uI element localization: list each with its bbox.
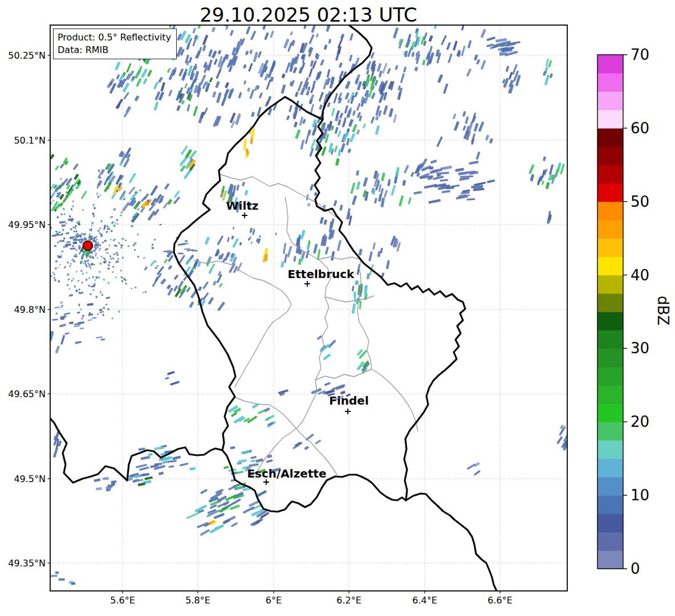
echo-streak [96,487,102,491]
colorbar-tick-label: 60 [631,120,649,137]
echo-streak [310,85,315,93]
echo-clutter-dot [82,315,84,317]
echo-clutter-dot [72,205,74,207]
echo-clutter-dot [100,291,101,293]
echo-streak [189,467,196,471]
echo-clutter-dot [42,287,44,289]
echo-streak [428,35,433,42]
echo-streak [172,460,177,462]
echo-clutter-dot [101,242,104,244]
echo-streak [230,499,241,506]
echo-streak [302,62,306,69]
echo-streak [295,129,300,139]
echo-streak [246,153,247,158]
echo-streak [176,105,181,111]
echo-streak [77,312,80,314]
echo-clutter-dot [98,276,100,278]
echo-streak [338,130,341,137]
echo-streak [212,50,217,58]
echo-clutter-dot [99,271,101,273]
echo-streak [542,181,544,185]
echo-streak [543,156,546,161]
echo-clutter-dot [115,245,117,247]
echo-clutter-dot [82,209,84,211]
echo-streak [346,138,350,146]
echo-streak [80,328,84,329]
echo-streak [313,244,318,254]
echo-streak [216,92,222,103]
echo-streak [153,81,159,89]
echo-clutter-dot [97,313,99,315]
echo-streak [387,68,391,74]
echo-streak [180,463,189,467]
colorbar-tick-label: 10 [631,487,649,504]
echo-clutter-dot [90,293,91,295]
echo-clutter-dot [99,248,101,250]
echo-streak [317,335,323,340]
colorbar-segment [597,256,623,275]
region-borders [194,174,418,477]
echo-clutter-dot [31,213,33,215]
echo-clutter-dot [18,268,21,271]
echo-streak [486,43,494,47]
echo-clutter-dot [81,318,83,320]
echo-streak [442,190,450,193]
echo-clutter-dot [154,239,156,240]
echo-streak [177,280,184,290]
echo-clutter-dot [78,223,80,226]
echo-streak [374,198,377,203]
echo-streak [304,446,309,450]
echo-clutter-dot [143,291,144,293]
echo-streak [293,67,298,74]
echo-streak [270,77,274,82]
echo-clutter-dot [65,222,67,225]
echo-clutter-dot [96,192,98,194]
echo-clutter-dot [82,272,84,275]
echo-clutter-dot [78,245,80,247]
echo-streak [316,33,319,38]
echo-streak [181,145,188,155]
echo-clutter-dot [40,236,43,239]
echo-streak [466,68,472,77]
echo-streak [126,63,131,73]
echo-streak [59,163,64,169]
echo-streak [135,95,140,101]
echo-streak [386,260,390,269]
echo-clutter-dot [113,208,116,211]
echo-streak [428,199,441,204]
x-axis-label: 6.2°E [336,595,361,606]
echo-clutter-dot [116,219,119,222]
echo-clutter-dot [75,230,78,232]
echo-clutter-dot [55,312,58,315]
echo-clutter-dot [54,245,56,247]
echo-streak [173,285,178,292]
echo-streak [150,185,158,196]
echo-streak [55,345,60,353]
echo-streak [283,39,290,49]
echo-streak [249,227,253,232]
echo-streak [403,67,406,73]
echo-streak [215,81,219,88]
echo-streak [53,447,59,458]
echo-streak [115,62,120,71]
echo-streak [338,119,341,126]
echo-clutter-dot [52,199,54,202]
echo-streak [287,42,292,52]
colorbar-segment [597,348,623,367]
echo-clutter-dot [64,266,66,268]
echo-streak [184,169,192,179]
echo-streak [166,284,172,289]
colorbar-segment [597,385,623,404]
echo-streak [212,27,215,32]
echo-streak [368,251,373,261]
echo-clutter-dot [42,279,45,282]
echo-streak [147,70,152,77]
echo-streak [87,303,93,306]
region-border-line [318,257,361,260]
echo-clutter-dot [92,213,95,215]
echo-clutter-dot [120,270,122,272]
echo-clutter-dot [96,246,99,248]
echo-streak [232,238,239,248]
echo-streak [352,195,357,205]
echo-streak [363,177,368,187]
